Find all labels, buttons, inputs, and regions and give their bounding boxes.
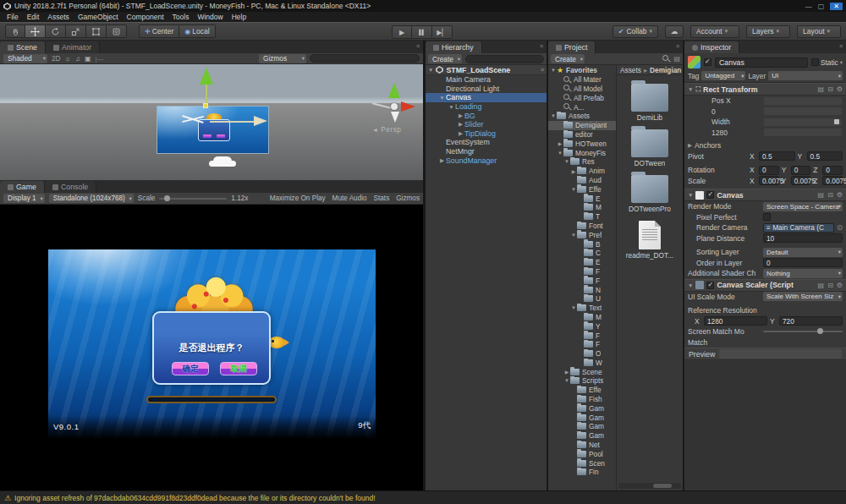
- gizmo-center-sphere[interactable]: [391, 103, 398, 110]
- hierarchy-item-tipdialog[interactable]: ▶TipDialog: [426, 129, 547, 139]
- rect-tool-button[interactable]: [86, 25, 107, 38]
- menu-tools[interactable]: Tools: [169, 13, 193, 21]
- project-tree-item-effe[interactable]: ▼Effe: [548, 184, 616, 194]
- ref-res-y-field[interactable]: 720: [779, 316, 843, 326]
- project-tree-item-a[interactable]: A...: [548, 102, 616, 112]
- expander-icon[interactable]: ▼: [570, 305, 577, 310]
- hierarchy-item-canvas[interactable]: ▼Canvas: [426, 93, 547, 102]
- scale-y-field[interactable]: 0.0075: [791, 176, 811, 185]
- breadcrumb-current[interactable]: Demigian: [650, 66, 681, 74]
- canvas-scaler-header[interactable]: ▼ Canvas Scaler (Script ▤⊟⚙: [684, 279, 846, 292]
- project-tree-item-effe[interactable]: Effe: [548, 386, 616, 395]
- slider-knob[interactable]: [164, 195, 170, 201]
- shaded-dropdown[interactable]: Shaded: [3, 54, 47, 63]
- mute-audio-toggle[interactable]: Mute Audio: [332, 194, 367, 202]
- project-tree-item-assets[interactable]: ▼Assets: [548, 112, 616, 121]
- orientation-gizmo[interactable]: ◄ Persp: [371, 76, 421, 132]
- project-tree-item-res[interactable]: ▼Res: [548, 157, 616, 167]
- tab-scene[interactable]: Scene: [0, 41, 46, 53]
- move-gizmo-y-arrow[interactable]: [200, 68, 213, 85]
- move-gizmo-center-handle[interactable]: [203, 103, 208, 108]
- project-tree-item-scen[interactable]: Scen: [548, 458, 616, 468]
- expander-icon[interactable]: ▶: [457, 121, 464, 128]
- expander-icon[interactable]: ▼: [550, 113, 557, 118]
- horizontal-scrollbar[interactable]: [618, 483, 681, 489]
- object-name-field[interactable]: Canvas: [715, 58, 808, 68]
- scale-tool-button[interactable]: [66, 25, 86, 38]
- expander-icon[interactable]: ▼: [570, 233, 577, 238]
- project-tree-item-gam[interactable]: Gam: [548, 431, 616, 441]
- tab-hierarchy[interactable]: Hierarchy: [426, 41, 482, 53]
- persp-label[interactable]: ◄ Persp: [372, 125, 401, 134]
- project-tree-item-demigiant[interactable]: Demigiant: [548, 121, 616, 130]
- project-tree-item-e[interactable]: E: [548, 194, 616, 203]
- tab-inspector[interactable]: Inspector: [684, 41, 739, 53]
- project-tree-item-t[interactable]: T: [548, 212, 616, 222]
- project-filter-icon[interactable]: ▤: [673, 55, 680, 63]
- display-dropdown[interactable]: Display 1: [3, 194, 45, 203]
- menu-gameobject[interactable]: GameObject: [74, 13, 122, 21]
- project-tree-item-editor[interactable]: editor: [548, 130, 616, 140]
- project-create-dropdown[interactable]: Create: [551, 54, 585, 63]
- z-axis-cone[interactable]: [391, 112, 399, 123]
- scene-search-input[interactable]: [310, 54, 420, 63]
- y-axis-cone[interactable]: [388, 83, 400, 98]
- expander-icon[interactable]: ▶: [457, 112, 464, 119]
- project-tree-item-anim[interactable]: ▶Anim: [548, 167, 616, 176]
- rotation-x-field[interactable]: 0: [759, 166, 779, 175]
- expander-icon[interactable]: ▶: [438, 157, 446, 164]
- pixel-perfect-checkbox[interactable]: [763, 213, 771, 221]
- expander-icon[interactable]: ▶: [570, 168, 577, 174]
- play-button[interactable]: ▶: [392, 25, 412, 39]
- preset-icon[interactable]: ⊟: [827, 85, 833, 93]
- expander-icon[interactable]: ▼: [448, 104, 455, 110]
- project-tree-item-gam[interactable]: Gam: [548, 413, 616, 422]
- status-bar[interactable]: ⚠ Ignoring asset refresh of 97dacbdab063…: [0, 490, 846, 504]
- collab-dropdown[interactable]: ✔Collab: [613, 25, 658, 38]
- hierarchy-item-main-camera[interactable]: Main Camera: [426, 75, 547, 85]
- project-tree-item-fish[interactable]: Fish: [548, 395, 616, 404]
- account-dropdown[interactable]: Account: [690, 25, 739, 38]
- tag-dropdown[interactable]: Untagged: [701, 71, 745, 80]
- project-tree-item-text[interactable]: ▼Text: [548, 304, 616, 313]
- step-button[interactable]: ▶▏: [432, 25, 453, 39]
- scale-x-field[interactable]: 0.0075: [759, 176, 779, 185]
- project-tree-item-net[interactable]: Net: [548, 441, 616, 450]
- preview-bar[interactable]: Preview: [684, 348, 846, 360]
- pivot-y-field[interactable]: 0.5: [807, 151, 843, 161]
- close-button[interactable]: ✕: [830, 3, 843, 10]
- rotation-y-field[interactable]: 0: [791, 166, 811, 175]
- menu-file[interactable]: File: [3, 13, 22, 21]
- layers-dropdown[interactable]: Layers: [746, 25, 790, 38]
- render-camera-field[interactable]: ≡ Main Camera (C: [763, 223, 834, 233]
- gear-icon[interactable]: ⚙: [837, 85, 843, 93]
- gear-icon[interactable]: ⚙: [837, 191, 843, 199]
- cancel-button[interactable]: 取消: [220, 362, 257, 375]
- breadcrumb-root[interactable]: Assets: [620, 66, 641, 74]
- expander-icon[interactable]: ▶: [457, 130, 464, 137]
- tab-project[interactable]: Project: [548, 41, 596, 53]
- object-picker-icon[interactable]: ⊙: [837, 223, 843, 232]
- hierarchy-item-slider[interactable]: ▶Slider: [426, 120, 547, 129]
- project-tree-item-all-mater[interactable]: All Mater: [548, 75, 616, 85]
- scene-root-row[interactable]: ▼ STMF_LoadScene ≡: [426, 65, 547, 75]
- gizmo-slider-icon[interactable]: |—: [96, 55, 104, 63]
- project-tree-item-all-prefab[interactable]: All Prefab: [548, 93, 616, 102]
- project-tree-item-f[interactable]: F: [548, 331, 616, 340]
- space-local-button[interactable]: ◉Local: [179, 25, 215, 38]
- order-in-layer-field[interactable]: 0: [763, 258, 843, 267]
- project-tree-item-moneyfis[interactable]: ▼MoneyFis: [548, 148, 616, 157]
- expander-icon[interactable]: ▼: [570, 187, 577, 192]
- asset-demilib[interactable]: DemiLib: [620, 84, 679, 122]
- project-tree-item-gam[interactable]: Gam: [548, 403, 616, 413]
- layout-dropdown[interactable]: Layout: [797, 25, 841, 38]
- hierarchy-create-dropdown[interactable]: Create: [428, 54, 462, 63]
- tab-animator[interactable]: Animator: [46, 41, 100, 53]
- active-checkbox[interactable]: [704, 58, 711, 66]
- hierarchy-search-input[interactable]: [465, 55, 544, 63]
- project-tree-item-w[interactable]: W: [548, 359, 616, 368]
- project-tree-item-fin[interactable]: Fin: [548, 468, 616, 477]
- drag-handle-icon[interactable]: [834, 119, 839, 124]
- canvas-component-header[interactable]: ▼ Canvas ▤⊟⚙: [684, 189, 846, 201]
- scene-menu-icon[interactable]: ≡: [541, 67, 544, 73]
